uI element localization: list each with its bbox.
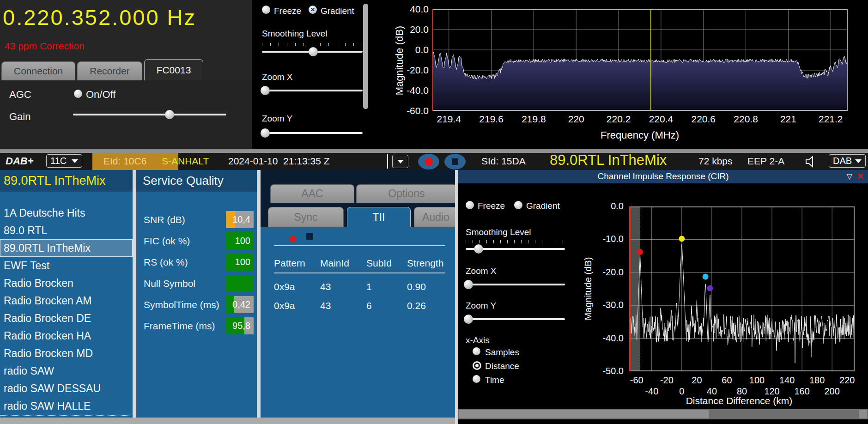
station-item[interactable]: Radio Brocken AM bbox=[0, 292, 133, 309]
collapse-triangle-icon[interactable] bbox=[847, 172, 852, 181]
x-tick-label: 140 bbox=[771, 375, 803, 386]
channel-select[interactable]: 11C bbox=[46, 154, 82, 168]
spectrum-smoothing-slider[interactable] bbox=[262, 47, 363, 56]
tab-audio[interactable]: Audio bbox=[414, 207, 455, 227]
smoothing-tick-ruler bbox=[262, 43, 363, 46]
y-tick-label: -20.0 bbox=[396, 65, 429, 76]
cir-horizontal-scrollbar[interactable] bbox=[458, 409, 868, 419]
peak-marker bbox=[707, 285, 713, 291]
tii-table-cell: 0x9a bbox=[274, 292, 320, 311]
cir-smoothing-thumb[interactable] bbox=[474, 244, 483, 254]
cir-zoom-y-slider[interactable] bbox=[466, 315, 565, 324]
stop-icon bbox=[452, 158, 458, 165]
tab-tii[interactable]: TII bbox=[347, 207, 411, 227]
station-item[interactable]: radio SAW DESSAU bbox=[0, 380, 133, 397]
tuner-tab-fc0013[interactable]: FC0013 bbox=[144, 59, 204, 80]
quality-bar-null-symbol bbox=[226, 275, 254, 292]
cir-freeze-checkbox[interactable] bbox=[466, 201, 474, 209]
station-item[interactable]: 89.0RTL InTheMix bbox=[0, 239, 133, 257]
panel-splitter[interactable] bbox=[257, 170, 261, 424]
spectrum-zoom-x-track[interactable] bbox=[262, 90, 363, 91]
radio-time[interactable] bbox=[473, 375, 480, 383]
cir-zoom-x-track[interactable] bbox=[466, 284, 565, 285]
x-tick-label: -20 bbox=[650, 375, 683, 386]
cir-zoom-x-slider[interactable] bbox=[466, 280, 565, 289]
quality-bar-frametime-ms-: 95,8 bbox=[226, 317, 254, 334]
spectrum-zoom-x-slider[interactable] bbox=[262, 86, 363, 95]
cir-smoothing-slider[interactable] bbox=[466, 244, 565, 254]
gain-slider-thumb[interactable] bbox=[165, 110, 174, 119]
station-item[interactable]: 1A Deutsche Hits bbox=[0, 204, 133, 222]
cir-title-bar: Channel Impulse Response (CIR) bbox=[458, 170, 868, 183]
output-select[interactable]: DAB bbox=[829, 154, 866, 168]
bottom-scrollbar[interactable] bbox=[0, 418, 455, 424]
protection-label: EEP 2-A bbox=[747, 156, 784, 167]
agc-label: AGC bbox=[9, 89, 31, 101]
y-tick-label: -40.0 bbox=[591, 333, 624, 344]
cir-gradient-checkbox[interactable] bbox=[514, 201, 522, 209]
tii-panel: AACOptions SyncTIIAudio PatternMainIdSub… bbox=[261, 170, 455, 424]
x-tick-label: 220.2 bbox=[602, 114, 635, 125]
cir-chart bbox=[629, 206, 855, 371]
panel-splitter[interactable] bbox=[133, 170, 136, 424]
channel-select-value: 11C bbox=[50, 156, 67, 166]
speaker-icon[interactable] bbox=[803, 154, 818, 169]
quality-bar-symboltime-ms-: 0,42 bbox=[226, 296, 254, 313]
station-item[interactable]: Radio Brocken DE bbox=[0, 309, 133, 327]
agc-toggle[interactable] bbox=[74, 90, 82, 98]
cir-shaded-region bbox=[629, 206, 640, 371]
spectrum-smoothing-thumb[interactable] bbox=[309, 47, 318, 56]
station-item[interactable]: 89.0 RTL bbox=[0, 222, 133, 239]
current-service-title: 89.0RTL InTheMix bbox=[0, 174, 106, 188]
spectrum-zoom-y-track[interactable] bbox=[262, 132, 363, 134]
horizontal-divider bbox=[0, 149, 868, 153]
quality-bar-fill bbox=[226, 275, 254, 292]
tab-sync[interactable]: Sync bbox=[268, 207, 344, 227]
tuner-tab-connection[interactable]: Connection bbox=[1, 61, 75, 80]
gain-label: Gain bbox=[9, 111, 30, 123]
cir-zoom-y-track[interactable] bbox=[466, 318, 565, 320]
station-item[interactable]: radio SAW HALLE bbox=[0, 397, 133, 415]
spectrum-gradient-checkbox[interactable] bbox=[309, 6, 317, 14]
spectrum-freeze-checkbox[interactable] bbox=[262, 6, 270, 14]
station-item[interactable]: Radio Brocken bbox=[0, 274, 133, 292]
controls-scrollbar[interactable] bbox=[363, 4, 368, 109]
panel-splitter[interactable] bbox=[455, 170, 458, 424]
y-tick-label: -20.0 bbox=[591, 267, 624, 278]
x-tick-label: 220.4 bbox=[645, 114, 677, 125]
x-tick-label: -40 bbox=[636, 386, 668, 397]
station-item[interactable]: Radio Brocken MD bbox=[0, 345, 133, 362]
close-icon[interactable] bbox=[857, 171, 864, 182]
gain-slider-track[interactable] bbox=[73, 114, 226, 115]
gain-slider[interactable] bbox=[73, 110, 226, 119]
tii-table-cell: 43 bbox=[320, 273, 366, 292]
service-dropdown-button[interactable] bbox=[392, 155, 408, 168]
station-item[interactable]: EWF Test bbox=[0, 257, 133, 274]
peak-marker bbox=[679, 236, 685, 242]
station-item[interactable]: Radio Brocken HA bbox=[0, 327, 133, 345]
record-button[interactable] bbox=[418, 154, 439, 170]
spectrum-zoom-y-slider[interactable] bbox=[262, 128, 363, 138]
tii-table-cell: 1 bbox=[366, 273, 407, 292]
tii-table-cell: 0x9a bbox=[274, 273, 320, 292]
stop-button[interactable] bbox=[444, 154, 466, 170]
tab-options[interactable]: Options bbox=[356, 184, 455, 203]
cir-zoom-y-thumb[interactable] bbox=[464, 315, 473, 324]
radio-samples[interactable] bbox=[473, 347, 480, 355]
spectrum-zoom-x-thumb[interactable] bbox=[261, 86, 270, 95]
y-tick-label: -10.0 bbox=[591, 234, 624, 244]
quality-row-label: RS (ok %) bbox=[144, 257, 188, 268]
tuner-tab-recorder[interactable]: Recorder bbox=[77, 61, 142, 80]
sync-status-icon bbox=[290, 236, 296, 242]
station-item[interactable]: radio SAW bbox=[0, 362, 133, 380]
cir-gradient-label: Gradient bbox=[526, 201, 560, 211]
x-tick-label: 200 bbox=[816, 386, 848, 397]
tab-aac[interactable]: AAC bbox=[270, 184, 354, 203]
spectrum-zoom-y-label: Zoom Y bbox=[262, 114, 292, 124]
spectrum-zoom-y-thumb[interactable] bbox=[261, 128, 270, 138]
tii-table-cell: 0.26 bbox=[407, 292, 445, 311]
cir-scrollbar-thumb[interactable] bbox=[459, 410, 709, 418]
cir-zoom-x-thumb[interactable] bbox=[464, 280, 473, 289]
chevron-down-icon bbox=[72, 159, 78, 163]
radio-distance[interactable] bbox=[473, 361, 481, 370]
